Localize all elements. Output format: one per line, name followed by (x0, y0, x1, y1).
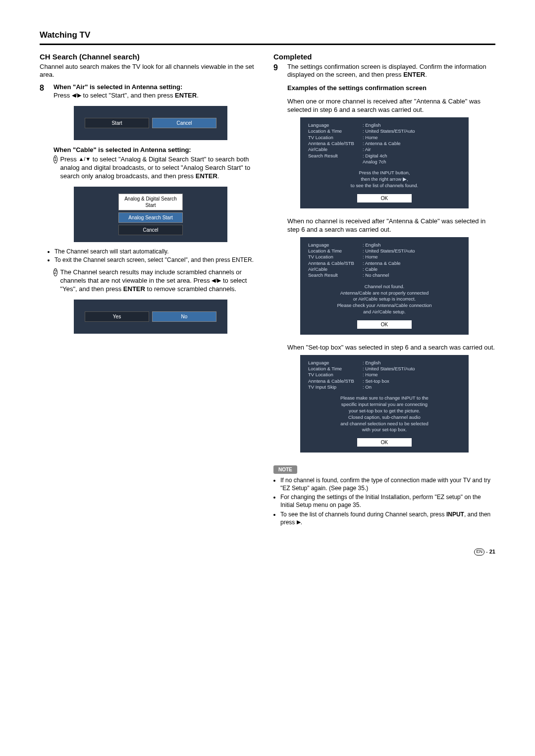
cable-step1-pre: Press (60, 155, 79, 163)
ch-search-intro: Channel auto search makes the TV look fo… (40, 63, 262, 80)
bullet-2: To exit the Channel search screen, selec… (54, 256, 262, 264)
examples-heading: Examples of the settings confirmation sc… (287, 84, 495, 93)
confirm-screen-3: Language: English Location & Time: Unite… (300, 355, 469, 453)
enter-label-2: ENTER (196, 172, 217, 180)
confirm3-rows: Language: English Location & Time: Unite… (308, 360, 461, 391)
confirm3-msg: Please make sure to change INPUT to the … (308, 395, 461, 433)
case1-text: When one or more channel is received aft… (287, 98, 495, 114)
case3-text: When "Set-top box" was selected in step … (287, 344, 495, 352)
ok-button-1[interactable]: OK (357, 194, 412, 202)
channel-search-bullets: The Channel search will start automatica… (54, 248, 262, 264)
cable-step2-post: to remove scrambled channels. (145, 285, 236, 293)
confirm2-msg: Channel not found. Antenna/Cable are not… (308, 284, 461, 315)
left-right-icon: ◀/▶ (72, 92, 81, 98)
bullet-1: The Channel search will start automatica… (54, 248, 262, 256)
start-button[interactable]: Start (85, 118, 149, 128)
step-9-text: The settings confirmation screen is disp… (287, 63, 486, 79)
ok-button-2[interactable]: OK (357, 320, 412, 329)
ch-search-heading: CH Search (Channel search) (40, 52, 262, 62)
circle-1-icon: 1 (54, 155, 57, 163)
analog-digital-start-button[interactable]: Analog & Digital Search Start (118, 194, 183, 210)
yes-no-dialog: Yes No (74, 300, 227, 334)
confirm1-rows: Language: English Location & Time: Unite… (308, 122, 461, 165)
left-column: CH Search (Channel search) Channel auto … (40, 52, 262, 528)
circle-2-icon: 2 (54, 268, 57, 276)
content-columns: CH Search (Channel search) Channel auto … (40, 52, 495, 528)
case2-text: When no channel is received after "Anten… (287, 217, 495, 234)
cancel-button-2[interactable]: Cancel (118, 225, 183, 235)
step-9: 9 The settings confirmation screen is di… (273, 63, 495, 93)
completed-heading: Completed (273, 52, 495, 62)
step-8-number: 8 (40, 83, 49, 100)
step-9-number: 9 (273, 63, 282, 93)
confirm1-msg: Press the INPUT button, then the right a… (308, 170, 461, 189)
confirm-screen-1: Language: English Location & Time: Unite… (300, 117, 469, 208)
enter-label-3: ENTER (123, 285, 145, 293)
start-cancel-dialog: Start Cancel (74, 106, 227, 140)
analog-start-button[interactable]: Analog Search Start (118, 212, 183, 223)
air-setting-heading: When "Air" is selected in Antenna settin… (54, 83, 182, 91)
step-8: 8 When "Air" is selected in Antenna sett… (40, 83, 262, 100)
analog-digital-dialog: Analog & Digital Search Start Analog Sea… (74, 187, 227, 242)
no-button[interactable]: No (152, 311, 216, 322)
notes-list: If no channel is found, confirm the type… (280, 477, 495, 527)
confirm2-rows: Language: English Location & Time: Unite… (308, 242, 461, 279)
note-2: For changing the settings of the Initial… (280, 494, 495, 509)
right-column: Completed 9 The settings confirmation sc… (273, 52, 495, 528)
confirm-screen-2: Language: English Location & Time: Unite… (300, 237, 469, 335)
note-1: If no channel is found, confirm the type… (280, 477, 495, 492)
up-down-icon: ▲/▼ (78, 156, 91, 162)
left-right-icon-2: ◀/▶ (212, 277, 221, 283)
ok-button-3[interactable]: OK (357, 438, 412, 447)
enter-label-4: ENTER (403, 71, 425, 78)
yes-button[interactable]: Yes (85, 311, 149, 322)
enter-label-1: ENTER (175, 92, 197, 99)
page-title: Watching TV (40, 30, 495, 41)
cancel-button[interactable]: Cancel (152, 118, 216, 128)
page-number: EN - 21 (40, 548, 495, 555)
note-badge: NOTE (273, 465, 297, 474)
air-setting-text-mid: to select "Start", and then press (81, 92, 175, 99)
air-setting-text-pre: Press (54, 92, 72, 99)
note-3: To see the list of channels found during… (280, 511, 495, 527)
section-rule (40, 44, 495, 45)
cable-setting-heading: When "Cable" is selected in Antenna sett… (54, 146, 262, 154)
en-badge: EN (474, 549, 484, 555)
